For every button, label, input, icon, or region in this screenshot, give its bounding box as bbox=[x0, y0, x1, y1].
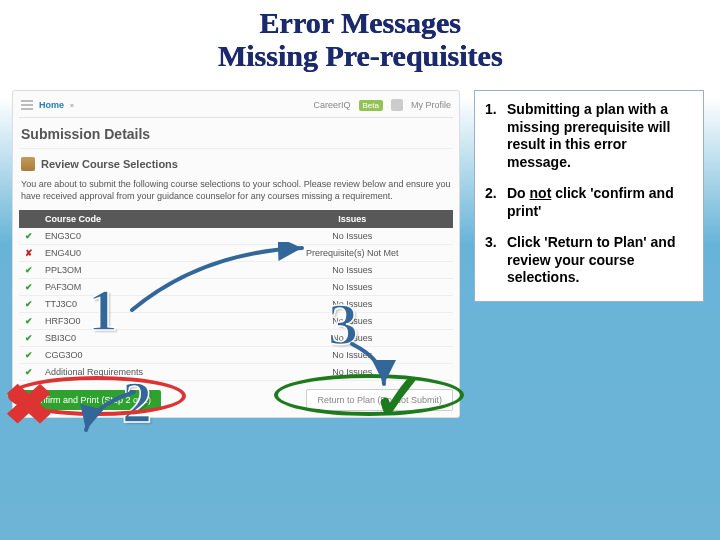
check-icon: ✔ bbox=[19, 347, 39, 364]
note-1-text: Submitting a plan with a missing prerequ… bbox=[507, 101, 691, 171]
course-code-cell: SBI3C0 bbox=[39, 330, 251, 347]
avatar-icon[interactable] bbox=[391, 99, 403, 111]
notes-box: 1. Submitting a plan with a missing prer… bbox=[474, 90, 704, 302]
col-course-code: Course Code bbox=[39, 210, 251, 228]
note-1-num: 1. bbox=[485, 101, 507, 171]
app-topbar: Home » CareerIQ Beta My Profile bbox=[19, 95, 453, 118]
check-icon: ✔ bbox=[19, 279, 39, 296]
home-link[interactable]: Home bbox=[39, 100, 64, 110]
breadcrumb-arrow-icon: » bbox=[70, 102, 74, 109]
submission-details-heading: Submission Details bbox=[19, 118, 453, 149]
callout-1: 1 bbox=[88, 276, 118, 345]
slide-title: Error Messages Missing Pre-requisites bbox=[0, 0, 720, 72]
note-2: 2. Do not click 'confirm and print' bbox=[485, 185, 691, 220]
beta-badge: Beta bbox=[359, 100, 383, 111]
col-issues: Issues bbox=[251, 210, 453, 228]
hamburger-icon[interactable] bbox=[21, 100, 33, 110]
x-icon: ✘ bbox=[19, 245, 39, 262]
my-profile-link[interactable]: My Profile bbox=[411, 100, 451, 110]
arrow-3 bbox=[334, 340, 424, 396]
check-icon: ✔ bbox=[19, 313, 39, 330]
note-3: 3. Click 'Return to Plan' and review you… bbox=[485, 234, 691, 287]
note-3-text: Click 'Return to Plan' and review your c… bbox=[507, 234, 691, 287]
title-line-2: Missing Pre-requisites bbox=[0, 39, 720, 72]
book-icon bbox=[21, 157, 35, 171]
check-icon: ✔ bbox=[19, 330, 39, 347]
check-icon: ✔ bbox=[19, 262, 39, 279]
course-code-cell: CGG3O0 bbox=[39, 347, 251, 364]
note-3-num: 3. bbox=[485, 234, 507, 287]
screenshot-panel: Home » CareerIQ Beta My Profile Submissi… bbox=[12, 90, 460, 418]
note-2-text: Do not click 'confirm and print' bbox=[507, 185, 691, 220]
arrow-2 bbox=[72, 386, 162, 442]
note-1: 1. Submitting a plan with a missing prer… bbox=[485, 101, 691, 171]
arrow-1 bbox=[122, 242, 322, 322]
careeriq-label: CareerIQ bbox=[314, 100, 351, 110]
note-2-num: 2. bbox=[485, 185, 507, 220]
check-icon: ✔ bbox=[19, 296, 39, 313]
red-x-icon: ✖ bbox=[3, 372, 69, 420]
review-heading: Review Course Selections bbox=[41, 158, 178, 170]
check-icon: ✔ bbox=[19, 228, 39, 245]
intro-text: You are about to submit the following co… bbox=[19, 173, 453, 210]
title-line-1: Error Messages bbox=[0, 6, 720, 39]
